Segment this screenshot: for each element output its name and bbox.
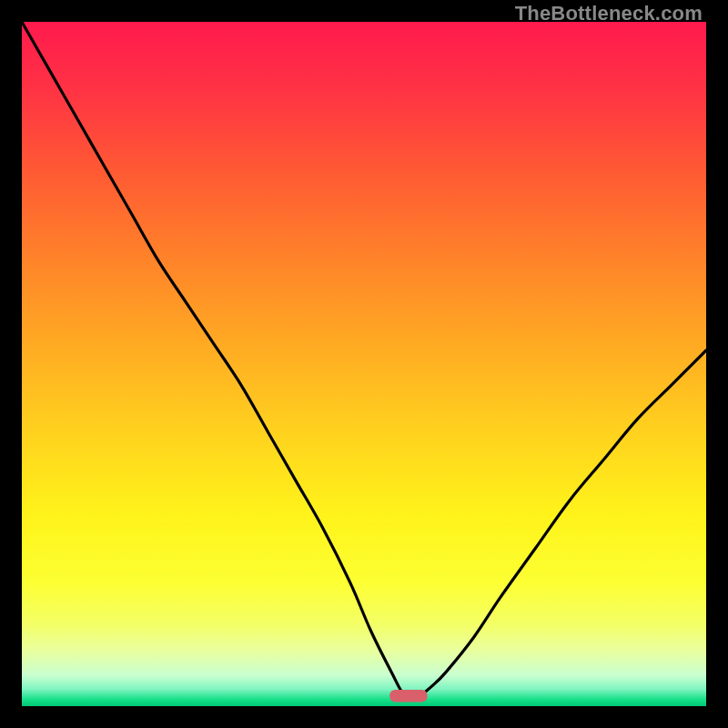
chart-frame [22,22,706,706]
bottleneck-chart [22,22,706,706]
optimal-marker [389,690,427,703]
watermark-text: TheBottleneck.com [515,2,703,25]
gradient-background [22,22,706,706]
